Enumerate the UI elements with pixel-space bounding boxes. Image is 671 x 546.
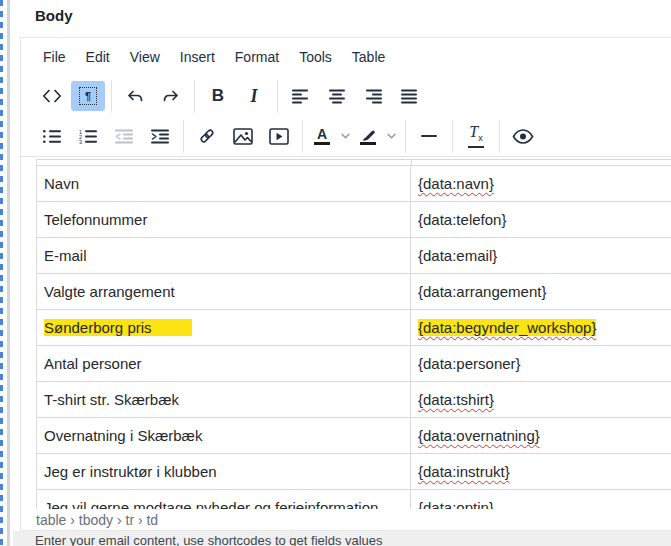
table-row-cut-top — [37, 160, 671, 166]
show-invisible-characters-icon: ¶ — [79, 87, 97, 105]
highlight-color-button[interactable] — [355, 121, 381, 151]
table-cell-label[interactable]: Jeg vil gerne modtage nyheder og feriein… — [37, 490, 411, 509]
table-cell-value[interactable]: {data:telefon} — [411, 202, 671, 237]
selection-dashed-border — [0, 0, 3, 546]
clear-formatting-icon: Tx — [468, 124, 483, 148]
text-color-icon: A — [314, 127, 330, 145]
menu-file[interactable]: File — [35, 43, 74, 71]
table-row[interactable]: Antal personer {data:personer} — [37, 346, 671, 382]
highlight-color-icon — [360, 128, 376, 145]
menu-edit[interactable]: Edit — [78, 43, 118, 71]
editor-content-area[interactable]: Navn {data:navn} Telefonnummer {data:tel… — [21, 157, 671, 509]
align-left-button[interactable] — [284, 81, 318, 111]
table-row[interactable]: Jeg vil gerne modtage nyheder og feriein… — [37, 490, 671, 509]
insert-image-button[interactable] — [226, 121, 260, 151]
menu-insert[interactable]: Insert — [172, 43, 223, 71]
field-label-body: Body — [35, 7, 73, 24]
table-row[interactable]: Overnatning i Skærbæk {data:overnatning} — [37, 418, 671, 454]
redo-button[interactable] — [154, 81, 188, 111]
outdent-icon — [115, 129, 133, 144]
chevron-down-icon — [387, 133, 396, 139]
bold-icon: B — [212, 86, 224, 106]
table-cell-label[interactable]: E-mail — [37, 238, 411, 273]
table-cell-value[interactable]: {data:begynder_workshop} — [411, 310, 671, 345]
table-cell-label[interactable]: Sønderborg pris — [37, 310, 411, 345]
source-code-icon — [42, 89, 62, 103]
table-row[interactable]: Jeg er instruktør i klubben {data:instru… — [37, 454, 671, 490]
align-right-button[interactable] — [356, 81, 390, 111]
table-cell-value[interactable]: {data:optin} — [411, 490, 671, 509]
indent-button[interactable] — [143, 121, 177, 151]
table-row[interactable]: Navn {data:navn} — [37, 166, 671, 202]
table-cell-label[interactable]: Valgte arrangement — [37, 274, 411, 309]
insert-media-button[interactable] — [262, 121, 296, 151]
panel-scrollbar[interactable] — [7, 0, 10, 546]
table-cell-value[interactable]: {data:navn} — [411, 166, 671, 201]
table-cell-value[interactable]: {data:email} — [411, 238, 671, 273]
editor-menubar: FileEditViewInsertFormatToolsTable — [21, 38, 671, 76]
numbered-list-icon: 1 2 3 — [79, 129, 97, 144]
image-icon — [233, 128, 253, 145]
toolbar-row-2: 1 2 3 — [21, 116, 671, 156]
svg-text:3: 3 — [79, 139, 82, 144]
editor-toolbars: ¶ — [21, 76, 671, 157]
align-center-button[interactable] — [320, 81, 354, 111]
table-row[interactable]: T-shirt str. Skærbæk {data:tshirt} — [37, 382, 671, 418]
table-row[interactable]: E-mail {data:email} — [37, 238, 671, 274]
menu-table[interactable]: Table — [344, 43, 393, 71]
table-cell-value[interactable]: {data:instrukt} — [411, 454, 671, 489]
horizontal-rule-icon — [420, 134, 438, 138]
justify-icon — [400, 89, 418, 104]
align-center-icon — [328, 89, 346, 104]
table-cell-label[interactable]: Navn — [37, 166, 411, 201]
horizontal-rule-button[interactable] — [412, 121, 446, 151]
table-row[interactable]: Valgte arrangement {data:arrangement} — [37, 274, 671, 310]
numbered-list-button[interactable]: 1 2 3 — [71, 121, 105, 151]
chevron-down-icon — [341, 133, 350, 139]
link-icon — [197, 126, 217, 146]
preview-button[interactable] — [506, 121, 540, 151]
toolbar-row-1: ¶ — [21, 76, 671, 116]
bullet-list-button[interactable] — [35, 121, 69, 151]
highlight-color-menu-button[interactable] — [383, 121, 399, 151]
preview-icon — [512, 129, 534, 144]
menu-view[interactable]: View — [122, 43, 168, 71]
merge-fields-table[interactable]: Navn {data:navn} Telefonnummer {data:tel… — [36, 159, 671, 509]
text-color-menu-button[interactable] — [337, 121, 353, 151]
table-cell-label[interactable]: Antal personer — [37, 346, 411, 381]
element-path[interactable]: table › tbody › tr › td — [36, 512, 158, 528]
align-right-icon — [364, 89, 382, 104]
media-icon — [269, 128, 289, 145]
outdent-button[interactable] — [107, 121, 141, 151]
table-cell-value[interactable]: {data:tshirt} — [411, 382, 671, 417]
clear-formatting-button[interactable]: Tx — [459, 121, 493, 151]
undo-button[interactable] — [118, 81, 152, 111]
table-cell-label[interactable]: Jeg er instruktør i klubben — [37, 454, 411, 489]
redo-icon — [162, 88, 180, 104]
table-cell-label[interactable]: Overnatning i Skærbæk — [37, 418, 411, 453]
insert-link-button[interactable] — [190, 121, 224, 151]
italic-icon: I — [250, 86, 257, 107]
table-row[interactable]: Sønderborg pris {data:begynder_workshop} — [37, 310, 671, 346]
bold-button[interactable]: B — [201, 81, 235, 111]
table-cell-value[interactable]: {data:arrangement} — [411, 274, 671, 309]
menu-tools[interactable]: Tools — [291, 43, 340, 71]
source-code-button[interactable] — [35, 81, 69, 111]
bullet-list-icon — [43, 129, 61, 144]
undo-icon — [126, 88, 144, 104]
italic-button[interactable]: I — [237, 81, 271, 111]
align-left-icon — [292, 89, 310, 104]
table-cell-value[interactable]: {data:personer} — [411, 346, 671, 381]
email-body-widget: Body FileEditViewInsertFormatToolsTable … — [0, 0, 671, 546]
menu-format[interactable]: Format — [227, 43, 287, 71]
rich-text-editor: FileEditViewInsertFormatToolsTable ¶ — [20, 37, 671, 531]
table-cell-label[interactable]: Telefonnummer — [37, 202, 411, 237]
justify-button[interactable] — [392, 81, 426, 111]
table-row[interactable]: Telefonnummer {data:telefon} — [37, 202, 671, 238]
show-invisible-characters-button[interactable]: ¶ — [71, 81, 105, 111]
table-cell-value[interactable]: {data:overnatning} — [411, 418, 671, 453]
table-cell-label[interactable]: T-shirt str. Skærbæk — [37, 382, 411, 417]
text-color-button[interactable]: A — [309, 121, 335, 151]
indent-icon — [151, 129, 169, 144]
field-description: Enter your email content, use shortcodes… — [13, 531, 671, 546]
